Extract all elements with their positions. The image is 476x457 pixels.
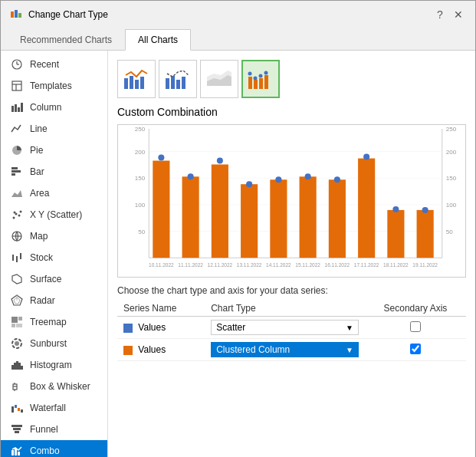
treemap-icon xyxy=(10,315,24,329)
sidebar-item-scatter[interactable]: X Y (Scatter) xyxy=(1,204,107,225)
col-header-series-name: Series Name xyxy=(117,301,205,317)
svg-point-109 xyxy=(305,173,311,179)
svg-rect-13 xyxy=(11,167,18,169)
svg-point-38 xyxy=(15,341,19,346)
bar-icon xyxy=(10,165,24,179)
pie-icon xyxy=(10,143,24,157)
sidebar-item-stock[interactable]: Stock xyxy=(1,247,107,268)
surface-icon xyxy=(10,272,24,286)
svg-text:13.11.2022: 13.11.2022 xyxy=(237,262,262,268)
svg-text:250: 250 xyxy=(135,126,146,133)
main-content: Recent Templates Column Line xyxy=(1,51,475,457)
series-name-cell: Values xyxy=(117,317,205,339)
sidebar-label-pie: Pie xyxy=(30,145,43,156)
chart-preview: 250 200 150 100 50 250 200 150 100 50 xyxy=(117,124,466,278)
area-icon xyxy=(10,186,24,200)
funnel-icon xyxy=(10,422,24,436)
sidebar-item-radar[interactable]: Radar xyxy=(1,290,107,311)
svg-rect-61 xyxy=(135,80,139,89)
sidebar-item-treemap[interactable]: Treemap xyxy=(1,311,107,333)
svg-rect-53 xyxy=(11,425,22,427)
svg-rect-54 xyxy=(13,428,21,430)
svg-rect-60 xyxy=(130,76,133,89)
svg-point-76 xyxy=(264,71,268,75)
chart-type-dropdown-1[interactable]: Scatter ▼ xyxy=(211,320,359,335)
svg-text:17.11.2022: 17.11.2022 xyxy=(354,262,379,268)
sidebar-item-pie[interactable]: Pie xyxy=(1,140,107,161)
svg-rect-98 xyxy=(270,179,287,258)
sidebar-item-surface[interactable]: Surface xyxy=(1,268,107,290)
sidebar-item-area[interactable]: Area xyxy=(1,182,107,204)
boxwhisker-icon xyxy=(10,380,24,393)
svg-marker-16 xyxy=(11,190,22,197)
svg-rect-97 xyxy=(241,184,258,258)
title-bar: Change Chart Type ? ✕ xyxy=(1,1,475,28)
svg-rect-35 xyxy=(18,317,22,321)
tab-recommended[interactable]: Recommended Charts xyxy=(7,29,125,51)
svg-point-17 xyxy=(13,217,15,219)
svg-text:10.11.2022: 10.11.2022 xyxy=(149,262,174,268)
sidebar-item-bar[interactable]: Bar xyxy=(1,161,107,182)
combo-type-4[interactable] xyxy=(241,60,280,98)
svg-rect-43 xyxy=(18,363,21,370)
svg-rect-102 xyxy=(387,210,404,258)
svg-point-113 xyxy=(422,207,428,213)
sidebar-label-line: Line xyxy=(30,123,48,134)
sidebar-item-waterfall[interactable]: Waterfall xyxy=(1,397,107,419)
sidebar-label-scatter: X Y (Scatter) xyxy=(30,209,82,220)
sidebar-label-radar: Radar xyxy=(30,295,55,306)
sidebar-label-column: Column xyxy=(30,102,61,113)
svg-rect-6 xyxy=(12,81,21,90)
svg-marker-68 xyxy=(207,71,231,86)
svg-point-105 xyxy=(188,173,194,179)
sidebar-item-boxwhisker[interactable]: Box & Whisker xyxy=(1,376,107,397)
sidebar-item-column[interactable]: Column xyxy=(1,97,107,118)
sidebar-label-area: Area xyxy=(30,188,49,199)
sidebar-item-combo[interactable]: Combo xyxy=(1,440,107,457)
svg-rect-99 xyxy=(300,176,317,258)
svg-rect-58 xyxy=(18,452,20,455)
combo-type-3[interactable] xyxy=(200,60,238,98)
svg-point-19 xyxy=(18,215,21,217)
svg-text:100: 100 xyxy=(135,202,146,209)
svg-point-112 xyxy=(392,206,399,212)
sidebar-label-surface: Surface xyxy=(30,274,61,284)
svg-rect-15 xyxy=(11,173,15,176)
secondary-axis-checkbox-1[interactable] xyxy=(410,321,421,332)
sidebar-item-histogram[interactable]: Histogram xyxy=(1,354,107,376)
svg-point-108 xyxy=(275,176,281,182)
tab-all-charts[interactable]: All Charts xyxy=(125,29,191,51)
svg-rect-64 xyxy=(171,76,175,89)
sidebar-item-templates[interactable]: Templates xyxy=(1,75,107,97)
svg-rect-69 xyxy=(248,77,252,89)
chart-type-value-1: Scatter xyxy=(216,322,245,333)
svg-text:50: 50 xyxy=(138,228,146,235)
svg-rect-41 xyxy=(14,363,16,370)
recent-icon xyxy=(10,58,24,71)
svg-rect-0 xyxy=(11,12,14,18)
help-button[interactable]: ? xyxy=(432,7,448,22)
svg-text:150: 150 xyxy=(446,175,457,182)
stock-icon xyxy=(10,251,24,265)
svg-text:250: 250 xyxy=(446,126,457,133)
combo-type-1[interactable] xyxy=(117,60,156,98)
table-row: Values Clustered Column ▼ xyxy=(117,339,466,361)
chart-type-cell-1: Scatter ▼ xyxy=(205,317,365,339)
sidebar-label-sunburst: Sunburst xyxy=(30,338,67,349)
svg-rect-94 xyxy=(153,161,169,258)
svg-rect-34 xyxy=(11,317,18,323)
chart-type-dropdown-2[interactable]: Clustered Column ▼ xyxy=(211,342,359,357)
combo-type-2[interactable] xyxy=(159,60,197,98)
svg-rect-10 xyxy=(15,104,17,112)
secondary-axis-checkbox-2[interactable] xyxy=(410,344,421,354)
svg-rect-50 xyxy=(15,405,17,408)
sidebar-item-map[interactable]: Map xyxy=(1,225,107,247)
sidebar-item-recent[interactable]: Recent xyxy=(1,54,107,75)
sidebar-item-line[interactable]: Line xyxy=(1,118,107,140)
svg-rect-12 xyxy=(21,103,23,112)
svg-text:14.11.2022: 14.11.2022 xyxy=(266,262,291,268)
histogram-icon xyxy=(10,358,24,372)
close-button[interactable]: ✕ xyxy=(451,7,466,22)
sidebar-item-funnel[interactable]: Funnel xyxy=(1,419,107,440)
sidebar-item-sunburst[interactable]: Sunburst xyxy=(1,333,107,354)
